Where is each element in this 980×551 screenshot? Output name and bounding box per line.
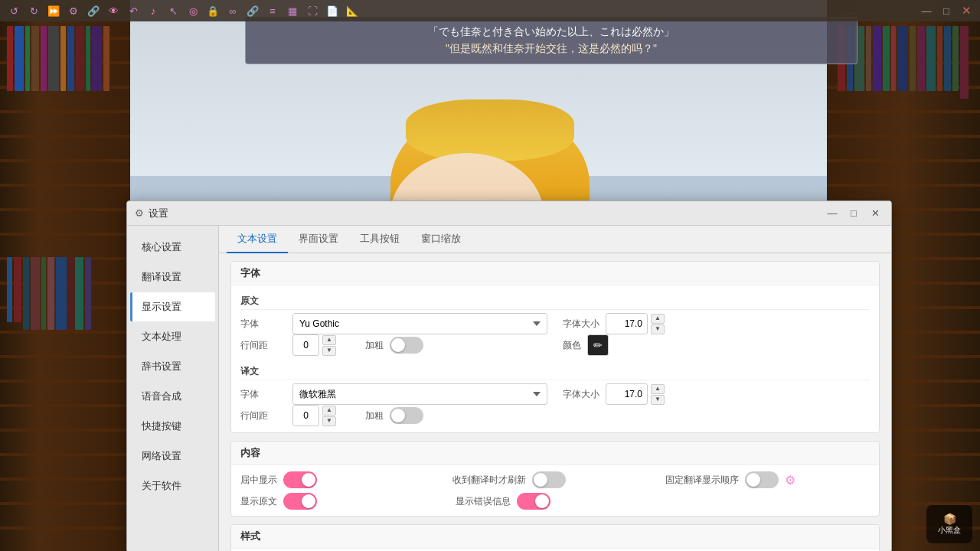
sidebar-item-core[interactable]: 核心设置: [130, 233, 215, 262]
watermark-text: 小黑盒: [938, 525, 961, 536]
content-row2: 显示原文 显示错误信息: [240, 493, 870, 510]
translation-spacing-input[interactable]: [292, 405, 319, 426]
toolbar-icon-link2[interactable]: 🔗: [245, 3, 260, 18]
font-section-header: 字体: [231, 262, 879, 285]
original-spacing-input[interactable]: [292, 334, 319, 356]
content-show-window-col: 屈中显示: [240, 471, 445, 488]
dialog-tabs: 文本设置 界面设置 工具按钮 窗口缩放: [219, 226, 891, 253]
toolbar-icon-link[interactable]: 🔗: [86, 3, 101, 18]
toolbar-icon-close[interactable]: ✕: [959, 3, 974, 18]
show-original-thumb: [302, 494, 315, 508]
fix-order-toggle[interactable]: [745, 471, 779, 488]
original-spacing-label: 行间距: [240, 339, 286, 352]
original-spacing-left: 行间距 ▲ ▼ 加粗: [240, 334, 547, 356]
toolbar-icon-minimize[interactable]: —: [919, 3, 934, 18]
translation-font-right: 字体大小 ▲ ▼: [547, 383, 870, 405]
show-error-thumb: [535, 494, 549, 508]
dialog-close-button[interactable]: ✕: [867, 205, 884, 222]
toolbar-icon-back[interactable]: ↶: [126, 3, 141, 18]
toolbar-icon-restore[interactable]: □: [939, 3, 954, 18]
translation-spacing-down[interactable]: ▼: [322, 416, 336, 426]
pencil-icon: ✏: [593, 339, 603, 351]
original-size-down[interactable]: ▼: [651, 324, 665, 334]
translation-spacing-label: 行间距: [240, 409, 286, 422]
original-bold-toggle[interactable]: [390, 337, 423, 354]
settings-dialog: ⚙ 设置 — □ ✕ 核心设置 翻译设置 显示设置 文本处理 辞书设置 语音合成…: [126, 201, 892, 551]
bookshelf-left: [0, 0, 130, 551]
dialogue-box: 「でも佳奈と付き合い始めた以上、これは必然か」 "但是既然和佳奈开始交往，这是必…: [245, 17, 858, 64]
sidebar-item-about[interactable]: 关于软件: [130, 471, 215, 500]
dialog-title-icon: ⚙: [135, 207, 144, 219]
original-color-picker[interactable]: ✏: [587, 334, 609, 356]
translation-font-select[interactable]: 微软雅黑: [292, 383, 547, 405]
dialog-minimize-button[interactable]: —: [824, 205, 841, 222]
content-show-error-col: 显示错误信息: [448, 493, 663, 510]
original-size-up[interactable]: ▲: [651, 314, 665, 324]
sidebar-item-textproc[interactable]: 文本处理: [130, 322, 215, 351]
translation-size-down[interactable]: ▼: [651, 395, 665, 405]
original-size-label: 字体大小: [563, 318, 599, 331]
original-font-select[interactable]: Yu Gothic: [292, 313, 547, 334]
original-spacing-up[interactable]: ▲: [322, 335, 336, 345]
translation-size-input[interactable]: [606, 383, 648, 405]
dialogue-text-cn: "但是既然和佳奈开始交往，这是必然的吗？": [261, 42, 841, 56]
translation-bold-toggle[interactable]: [390, 407, 423, 424]
dialog-body: 核心设置 翻译设置 显示设置 文本处理 辞书设置 语音合成 快捷按键 网络设置 …: [127, 226, 891, 551]
dialogue-text-jp: 「でも佳奈と付き合い始めた以上、これは必然か」: [261, 25, 841, 39]
translation-spacing-row: 行间距 ▲ ▼ 加粗: [240, 405, 870, 426]
content-section-body: 屈中显示 收到翻译时才刷新: [231, 465, 879, 516]
content-row1: 屈中显示 收到翻译时才刷新: [240, 471, 870, 488]
translation-font-label: 字体: [240, 388, 286, 401]
font-section: 字体 原文 字体 Yu Gothic: [230, 261, 880, 433]
sidebar-item-dictionary[interactable]: 辞书设置: [130, 352, 215, 381]
sidebar-item-shortcuts[interactable]: 快捷按键: [130, 412, 215, 441]
toolbar-icon-cursor[interactable]: ↖: [165, 3, 181, 18]
toolbar-icon-settings[interactable]: ⚙: [66, 3, 81, 18]
translation-font-row: 字体 微软雅黑 字体大小 ▲: [240, 383, 870, 405]
sidebar-item-translate[interactable]: 翻译设置: [130, 262, 215, 292]
toolbar-icon-music[interactable]: ♪: [145, 3, 161, 18]
tab-text-settings[interactable]: 文本设置: [227, 226, 288, 253]
toolbar-icon-target[interactable]: ◎: [185, 3, 201, 18]
toolbar-icon-redo[interactable]: ↻: [26, 3, 41, 18]
original-font-right: 字体大小 ▲ ▼: [547, 313, 870, 334]
show-original-label: 显示原文: [240, 495, 277, 508]
refresh-on-translate-toggle[interactable]: [532, 471, 566, 488]
original-spacing-down[interactable]: ▼: [322, 346, 336, 356]
translation-spacing-up[interactable]: ▲: [322, 406, 336, 416]
translation-size-up[interactable]: ▲: [651, 384, 665, 394]
toolbar-icon-expand[interactable]: ⛶: [305, 3, 320, 18]
original-size-input[interactable]: [606, 313, 648, 334]
dialog-maximize-button[interactable]: □: [845, 205, 862, 222]
original-subtitle: 原文: [240, 292, 870, 310]
fix-order-label: 固定翻译显示顺序: [665, 474, 739, 487]
show-in-window-toggle[interactable]: [283, 471, 317, 488]
toolbar-icon-arrow[interactable]: ↺: [6, 3, 21, 18]
toolbar-icon-grid[interactable]: ▦: [285, 3, 300, 18]
sidebar-item-voice[interactable]: 语音合成: [130, 382, 215, 411]
show-original-toggle[interactable]: [283, 493, 317, 510]
sidebar-item-display[interactable]: 显示设置: [130, 292, 215, 321]
toolbar-icon-doc[interactable]: 📄: [325, 3, 340, 18]
toolbar-icon-ruler[interactable]: 📐: [345, 3, 360, 18]
dialog-scroll-area[interactable]: 字体 原文 字体 Yu Gothic: [219, 253, 891, 551]
tab-toolbar-buttons[interactable]: 工具按钮: [349, 226, 410, 253]
translation-spacing-spinners: ▲ ▼: [322, 406, 336, 426]
original-spacing-group: ▲ ▼: [292, 334, 336, 356]
tab-ui-settings[interactable]: 界面设置: [288, 226, 349, 253]
font-section-body: 原文 字体 Yu Gothic 字体大小: [231, 285, 879, 432]
show-error-toggle[interactable]: [517, 493, 550, 510]
fix-order-gear-icon[interactable]: ⚙: [785, 473, 795, 487]
toolbar-icon-lock[interactable]: 🔒: [205, 3, 220, 18]
toolbar-icon-forward[interactable]: ⏩: [46, 3, 61, 18]
translation-bold-thumb: [391, 409, 405, 422]
game-toolbar: ↺ ↻ ⏩ ⚙ 🔗 👁 ↶ ♪ ↖ ◎ 🔒 ∞ 🔗 ≡ ▦ ⛶ 📄 📐 — □ …: [0, 0, 980, 21]
translation-spacing-group: ▲ ▼: [292, 405, 336, 426]
toolbar-icon-infinity[interactable]: ∞: [225, 3, 240, 18]
toolbar-icon-eye[interactable]: 👁: [106, 3, 121, 18]
tab-window-scale[interactable]: 窗口缩放: [410, 226, 472, 253]
sidebar-item-network[interactable]: 网络设置: [130, 442, 215, 471]
translation-size-label: 字体大小: [563, 388, 599, 401]
toolbar-icon-menu[interactable]: ≡: [265, 3, 280, 18]
style-section: 样式 显示引擎 Qt 字体样式 阴影字体: [230, 524, 880, 551]
